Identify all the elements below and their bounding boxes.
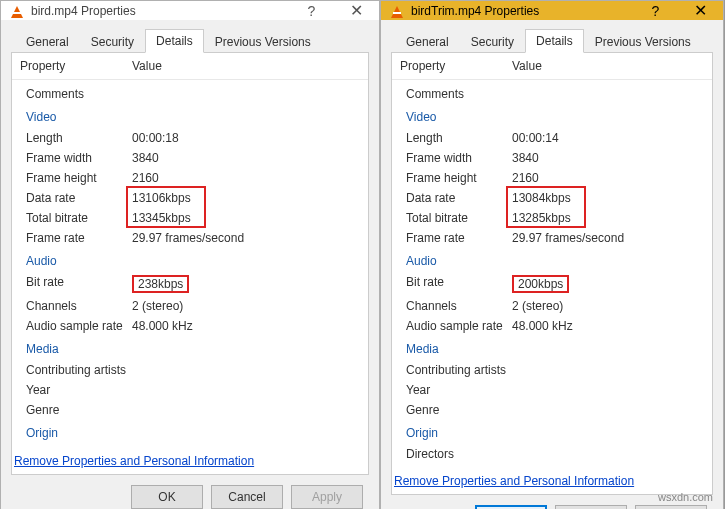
total-bitrate-label: Total bitrate	[406, 211, 512, 225]
list-header: Property Value	[392, 53, 712, 80]
properties-dialog-left: bird.mp4 Properties ? ✕ General Security…	[0, 0, 380, 509]
header-value: Value	[512, 59, 704, 73]
ok-button[interactable]: OK	[475, 505, 547, 509]
section-video: Video	[400, 104, 704, 128]
channels-value: 2 (stereo)	[132, 299, 358, 313]
data-rate-value: 13084kbps	[512, 191, 702, 205]
sample-rate-value: 48.000 kHz	[132, 319, 358, 333]
frame-width-label: Frame width	[406, 151, 512, 165]
section-origin: Origin	[400, 420, 704, 444]
help-button[interactable]: ?	[289, 1, 334, 20]
year-label: Year	[26, 383, 132, 397]
tab-previous-versions[interactable]: Previous Versions	[584, 30, 702, 53]
frame-height-label: Frame height	[406, 171, 512, 185]
genre-label: Genre	[26, 403, 132, 417]
details-list[interactable]: Comments Video Length00:00:18 Frame widt…	[12, 80, 368, 448]
titlebar[interactable]: bird.mp4 Properties ? ✕	[1, 1, 379, 20]
ok-button[interactable]: OK	[131, 485, 203, 509]
vlc-icon	[9, 3, 25, 19]
list-header: Property Value	[12, 53, 368, 80]
frame-rate-label: Frame rate	[26, 231, 132, 245]
remove-properties-link[interactable]: Remove Properties and Personal Informati…	[12, 448, 368, 474]
tab-previous-versions[interactable]: Previous Versions	[204, 30, 322, 53]
comments-label: Comments	[406, 87, 512, 101]
genre-label: Genre	[406, 403, 512, 417]
total-bitrate-label: Total bitrate	[26, 211, 132, 225]
channels-label: Channels	[406, 299, 512, 313]
tab-security[interactable]: Security	[80, 30, 145, 53]
watermark: wsxdn.com	[658, 491, 713, 503]
channels-label: Channels	[26, 299, 132, 313]
section-origin: Origin	[20, 420, 360, 444]
section-video: Video	[20, 104, 360, 128]
sample-rate-value: 48.000 kHz	[512, 319, 702, 333]
tab-details[interactable]: Details	[145, 29, 204, 53]
length-label: Length	[26, 131, 132, 145]
frame-rate-value: 29.97 frames/second	[132, 231, 358, 245]
apply-button[interactable]: Apply	[635, 505, 707, 509]
help-button[interactable]: ?	[633, 1, 678, 20]
tab-general[interactable]: General	[395, 30, 460, 53]
frame-rate-value: 29.97 frames/second	[512, 231, 702, 245]
tabs: General Security Details Previous Versio…	[391, 28, 713, 53]
section-audio: Audio	[20, 248, 360, 272]
section-media: Media	[20, 336, 360, 360]
bit-rate-value: 200kbps	[512, 275, 569, 293]
window-title: bird.mp4 Properties	[31, 4, 289, 18]
header-property: Property	[400, 59, 512, 73]
sample-rate-label: Audio sample rate	[26, 319, 132, 333]
length-label: Length	[406, 131, 512, 145]
data-rate-value: 13106kbps	[132, 191, 358, 205]
channels-value: 2 (stereo)	[512, 299, 702, 313]
cancel-button[interactable]: Cancel	[555, 505, 627, 509]
close-button[interactable]: ✕	[678, 1, 723, 20]
section-audio: Audio	[400, 248, 704, 272]
total-bitrate-value: 13285kbps	[512, 211, 702, 225]
window-title: birdTrim.mp4 Properties	[411, 4, 633, 18]
length-value: 00:00:14	[512, 131, 702, 145]
section-media: Media	[400, 336, 704, 360]
frame-height-label: Frame height	[26, 171, 132, 185]
sample-rate-label: Audio sample rate	[406, 319, 512, 333]
frame-rate-label: Frame rate	[406, 231, 512, 245]
cancel-button[interactable]: Cancel	[211, 485, 283, 509]
total-bitrate-value: 13345kbps	[132, 211, 358, 225]
data-rate-label: Data rate	[26, 191, 132, 205]
tab-details[interactable]: Details	[525, 29, 584, 53]
year-label: Year	[406, 383, 512, 397]
header-value: Value	[132, 59, 360, 73]
header-property: Property	[20, 59, 132, 73]
data-rate-label: Data rate	[406, 191, 512, 205]
tab-security[interactable]: Security	[460, 30, 525, 53]
frame-width-value: 3840	[512, 151, 702, 165]
vlc-icon	[389, 3, 405, 19]
close-button[interactable]: ✕	[334, 1, 379, 20]
frame-height-value: 2160	[132, 171, 358, 185]
directors-label: Directors	[406, 447, 512, 461]
tabs: General Security Details Previous Versio…	[11, 28, 369, 53]
apply-button[interactable]: Apply	[291, 485, 363, 509]
frame-width-label: Frame width	[26, 151, 132, 165]
frame-height-value: 2160	[512, 171, 702, 185]
frame-width-value: 3840	[132, 151, 358, 165]
bit-rate-value: 238kbps	[132, 275, 189, 293]
length-value: 00:00:18	[132, 131, 358, 145]
contributing-label: Contributing artists	[406, 363, 512, 377]
bit-rate-label: Bit rate	[26, 275, 132, 293]
titlebar[interactable]: birdTrim.mp4 Properties ? ✕	[381, 1, 723, 20]
tab-general[interactable]: General	[15, 30, 80, 53]
details-list[interactable]: Comments Video Length00:00:14 Frame widt…	[392, 80, 712, 468]
bit-rate-label: Bit rate	[406, 275, 512, 293]
comments-label: Comments	[26, 87, 132, 101]
properties-dialog-right: birdTrim.mp4 Properties ? ✕ General Secu…	[380, 0, 724, 509]
contributing-label: Contributing artists	[26, 363, 132, 377]
